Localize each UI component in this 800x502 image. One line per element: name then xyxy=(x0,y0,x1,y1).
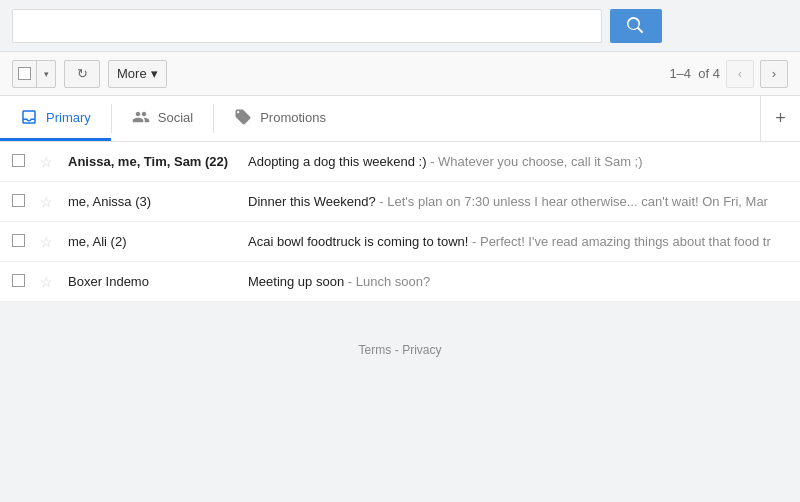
terms-link[interactable]: Terms xyxy=(359,343,392,357)
subject-0: Adopting a dog this weekend :) xyxy=(248,154,427,169)
email-row[interactable]: ☆ Boxer Indemo Meeting up soon - Lunch s… xyxy=(0,262,800,302)
checkbox-inner xyxy=(18,67,31,80)
search-bar xyxy=(0,0,800,52)
tab-primary[interactable]: Primary xyxy=(0,96,111,141)
email-body-2: Acai bowl foodtruck is coming to town! -… xyxy=(248,234,788,249)
star-0[interactable]: ☆ xyxy=(40,154,60,170)
more-label: More xyxy=(117,66,147,81)
tab-add-button[interactable]: + xyxy=(760,96,800,141)
sender-0: Anissa, me, Tim, Sam (22) xyxy=(68,154,248,169)
subject-3: Meeting up soon xyxy=(248,274,344,289)
email-body-1: Dinner this Weekend? - Let's plan on 7:3… xyxy=(248,194,788,209)
people-icon xyxy=(132,108,150,126)
preview-1: - Let's plan on 7:30 unless I hear other… xyxy=(379,194,768,209)
pagination: 1–4 of 4 ‹ › xyxy=(669,60,788,88)
email-row[interactable]: ☆ me, Ali (2) Acai bowl foodtruck is com… xyxy=(0,222,800,262)
tab-add-icon: + xyxy=(775,108,786,129)
nav-prev-button[interactable]: ‹ xyxy=(726,60,754,88)
checkbox-inner-1 xyxy=(12,194,25,207)
inbox-icon xyxy=(20,108,38,126)
tab-social[interactable]: Social xyxy=(112,96,213,141)
email-body-3: Meeting up soon - Lunch soon? xyxy=(248,274,788,289)
nav-next-button[interactable]: › xyxy=(760,60,788,88)
tab-promotions-label: Promotions xyxy=(260,110,326,125)
sender-2: me, Ali (2) xyxy=(68,234,248,249)
footer: Terms - Privacy xyxy=(0,302,800,377)
row-checkbox-0[interactable] xyxy=(12,154,32,170)
star-2[interactable]: ☆ xyxy=(40,234,60,250)
nav-prev-icon: ‹ xyxy=(738,66,742,81)
select-all-dropdown[interactable]: ▾ xyxy=(12,60,56,88)
row-checkbox-1[interactable] xyxy=(12,194,32,210)
select-dropdown-arrow[interactable]: ▾ xyxy=(37,60,55,88)
checkbox-inner-0 xyxy=(12,154,25,167)
privacy-link[interactable]: Privacy xyxy=(402,343,441,357)
email-body-0: Adopting a dog this weekend :) - Whateve… xyxy=(248,154,788,169)
search-input[interactable] xyxy=(12,9,602,43)
row-checkbox-2[interactable] xyxy=(12,234,32,250)
search-button[interactable] xyxy=(610,9,662,43)
email-row[interactable]: ☆ me, Anissa (3) Dinner this Weekend? - … xyxy=(0,182,800,222)
refresh-button[interactable]: ↻ xyxy=(64,60,100,88)
tab-primary-label: Primary xyxy=(46,110,91,125)
tab-promotions[interactable]: Promotions xyxy=(214,96,346,141)
toolbar: ▾ ↻ More ▾ 1–4 of 4 ‹ › xyxy=(0,52,800,96)
subject-1: Dinner this Weekend? xyxy=(248,194,376,209)
preview-0: - Whatever you choose, call it Sam ;) xyxy=(430,154,642,169)
subject-2: Acai bowl foodtruck is coming to town! xyxy=(248,234,468,249)
tabs-bar: Primary Social Promotions + xyxy=(0,96,800,142)
tab-social-label: Social xyxy=(158,110,193,125)
refresh-icon: ↻ xyxy=(77,66,88,81)
tag-icon xyxy=(234,108,252,126)
sender-3: Boxer Indemo xyxy=(68,274,248,289)
preview-2: - Perfect! I've read amazing things abou… xyxy=(472,234,771,249)
checkbox-inner-3 xyxy=(12,274,25,287)
star-1[interactable]: ☆ xyxy=(40,194,60,210)
row-checkbox-3[interactable] xyxy=(12,274,32,290)
checkbox-inner-2 xyxy=(12,234,25,247)
email-list: ☆ Anissa, me, Tim, Sam (22) Adopting a d… xyxy=(0,142,800,302)
select-all-checkbox[interactable] xyxy=(13,60,37,88)
email-row[interactable]: ☆ Anissa, me, Tim, Sam (22) Adopting a d… xyxy=(0,142,800,182)
pagination-range: 1–4 of 4 xyxy=(669,66,720,81)
sender-1: me, Anissa (3) xyxy=(68,194,248,209)
nav-next-icon: › xyxy=(772,66,776,81)
star-3[interactable]: ☆ xyxy=(40,274,60,290)
preview-3: - Lunch soon? xyxy=(348,274,430,289)
more-button[interactable]: More ▾ xyxy=(108,60,167,88)
search-icon xyxy=(627,17,645,35)
more-arrow-icon: ▾ xyxy=(151,66,158,81)
